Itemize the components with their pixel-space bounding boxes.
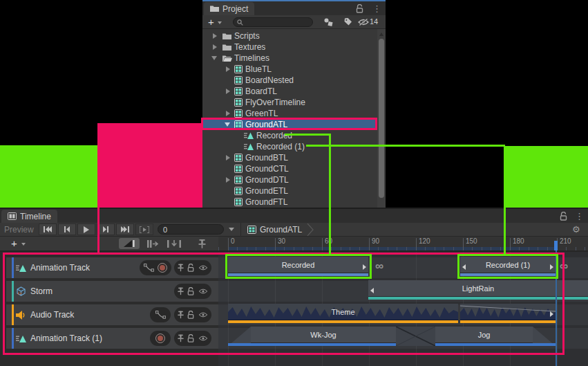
mix-mode-button[interactable] — [119, 238, 140, 249]
previous-frame-button[interactable] — [58, 223, 76, 235]
goto-start-button[interactable] — [39, 223, 57, 235]
project-titlebar: Project ⋮ — [202, 1, 386, 15]
add-track-caret-icon[interactable] — [21, 243, 26, 246]
tree-item-boardnested[interactable]: BoardNested — [202, 75, 377, 86]
search-field[interactable] — [233, 17, 313, 27]
replace-mode-icon[interactable] — [167, 240, 181, 248]
annotation-recorded1-clip-outline — [457, 254, 558, 279]
annotation-recorded-line-h — [285, 134, 331, 136]
animation-clip-icon — [244, 143, 254, 151]
goto-end-button[interactable] — [116, 223, 134, 235]
ruler-tick — [463, 238, 464, 250]
expand-arrow-icon[interactable] — [226, 89, 230, 94]
create-asset-caret-icon[interactable] — [218, 21, 222, 24]
frame-unit-caret-icon[interactable] — [229, 228, 234, 231]
project-tab[interactable]: Project — [204, 2, 254, 15]
open-folder-icon — [222, 55, 232, 62]
frame-input[interactable] — [163, 225, 220, 234]
timeline-asset-icon — [234, 98, 243, 107]
tree-item-boardtl[interactable]: BoardTL — [202, 86, 377, 97]
timeline-options-bar: + — [0, 237, 218, 250]
search-by-label-icon[interactable] — [343, 17, 352, 26]
unlock-icon[interactable] — [560, 212, 568, 221]
unlock-icon[interactable] — [356, 4, 364, 13]
timeline-asset-icon — [234, 176, 243, 184]
project-tab-label: Project — [222, 4, 248, 14]
project-menu-icon[interactable]: ⋮ — [372, 4, 381, 13]
ruler-tick — [510, 238, 511, 250]
ruler-tick-label: 180 — [513, 237, 524, 245]
tree-item-recorded-1[interactable]: Recorded (1) — [202, 141, 377, 152]
expand-arrow-icon[interactable] — [226, 177, 230, 183]
tree-item-scripts[interactable]: Scripts — [202, 30, 377, 42]
annotation-pink-connector — [97, 208, 99, 253]
add-track-button[interactable]: + — [11, 237, 17, 250]
timeline-asset-icon — [234, 154, 243, 162]
folder-icon — [222, 44, 231, 51]
annotation-recorded1-line-v — [504, 146, 506, 255]
ruler-tick — [416, 238, 417, 250]
ruler-tick — [228, 238, 229, 250]
project-scrollbar[interactable] — [377, 29, 386, 208]
search-input[interactable] — [245, 18, 310, 26]
timeline-titlebar: Timeline ⋮ — [0, 208, 588, 223]
folder-icon — [210, 5, 219, 12]
tree-item-groundctl[interactable]: GroundCTL — [202, 163, 377, 174]
timeline-tab-label: Timeline — [20, 212, 51, 221]
annotation-groundatl-outline — [201, 118, 377, 130]
folder-icon — [222, 33, 231, 40]
timeline-asset-icon — [234, 165, 243, 173]
create-asset-button[interactable]: + — [208, 15, 214, 28]
ripple-mode-icon[interactable] — [146, 240, 159, 248]
timeline-asset-icon — [234, 109, 243, 118]
tree-item-textures[interactable]: Textures — [202, 42, 377, 53]
ruler-tick — [369, 238, 370, 250]
mix-mode-icon — [124, 240, 135, 247]
green-block-left — [0, 145, 97, 208]
tree-item-recorded[interactable]: Recorded — [202, 130, 377, 141]
tree-item-groundbtl[interactable]: GroundBTL — [202, 152, 377, 163]
timeline-end-marker[interactable] — [554, 241, 558, 250]
timeline-asset-icon — [234, 87, 243, 95]
tree-item-flyovertimeline[interactable]: FlyOverTimeline — [202, 97, 377, 108]
ruler-tick — [275, 238, 276, 250]
tree-item-bluetl[interactable]: BlueTL — [202, 64, 377, 75]
play-range-button[interactable] — [135, 223, 153, 235]
breadcrumb-chevron-icon — [306, 223, 314, 236]
play-button[interactable] — [77, 223, 95, 235]
pin-ruler-icon[interactable] — [198, 239, 206, 248]
breadcrumb-timeline-icon — [247, 226, 256, 234]
hidden-count-eye-icon[interactable] — [358, 18, 369, 26]
tree-item-groundftl[interactable]: GroundFTL — [202, 196, 377, 208]
timeline-transport-bar: Preview GroundATL ⚙ — [0, 223, 588, 237]
screenshot-root: Project ⋮ + 14 Scripts — [0, 0, 588, 366]
tree-item-grounddtl[interactable]: GroundDTL — [202, 174, 377, 185]
expand-arrow-icon[interactable] — [226, 155, 230, 161]
timeline-menu-icon[interactable]: ⋮ — [575, 212, 584, 221]
timeline-window-icon — [8, 212, 17, 220]
time-ruler[interactable]: 0 30 60 90 120 150 180 210 — [218, 237, 588, 250]
expand-arrow-icon[interactable] — [213, 44, 217, 50]
expand-arrow-icon[interactable] — [213, 33, 217, 39]
timeline-asset-icon — [234, 65, 243, 73]
expand-arrow-icon[interactable] — [226, 111, 230, 116]
timeline-asset-icon — [234, 187, 243, 195]
frame-field[interactable] — [158, 224, 224, 235]
scrollbar-thumb[interactable] — [379, 39, 384, 198]
breadcrumb[interactable]: GroundATL — [260, 225, 302, 235]
ruler-tick-label: 150 — [466, 237, 477, 245]
search-by-type-icon[interactable] — [323, 17, 334, 27]
timeline-asset-icon — [234, 76, 243, 84]
timeline-tab[interactable]: Timeline — [1, 210, 57, 223]
timeline-asset-icon — [234, 198, 243, 206]
settings-gear-icon[interactable]: ⚙ — [572, 224, 580, 235]
hidden-count: 14 — [370, 17, 378, 26]
preview-toggle[interactable]: Preview — [4, 225, 34, 235]
tree-item-groundetl[interactable]: GroundETL — [202, 185, 377, 196]
ruler-tick-label: 30 — [278, 237, 285, 245]
collapse-arrow-icon[interactable] — [211, 56, 217, 60]
tree-item-timelines[interactable]: Timelines — [202, 53, 377, 64]
project-toolbar: + 14 — [202, 15, 386, 29]
scroll-up-icon[interactable] — [379, 33, 383, 36]
expand-arrow-icon[interactable] — [226, 66, 230, 72]
